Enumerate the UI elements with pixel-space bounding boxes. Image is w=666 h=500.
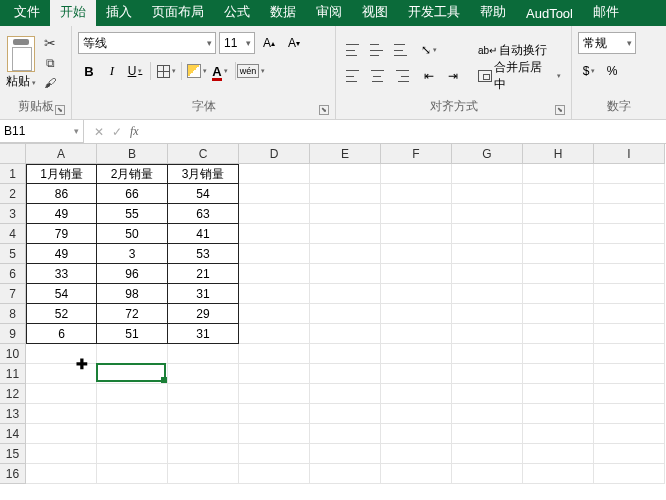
cell[interactable]	[523, 244, 594, 264]
cell[interactable]	[239, 324, 310, 344]
cell[interactable]	[381, 424, 452, 444]
cell[interactable]: 52	[26, 304, 97, 324]
cell[interactable]	[452, 384, 523, 404]
cell[interactable]	[310, 264, 381, 284]
cell[interactable]	[381, 164, 452, 184]
cell[interactable]	[310, 304, 381, 324]
column-header[interactable]: F	[381, 144, 452, 164]
underline-button[interactable]: U	[124, 60, 146, 82]
cell[interactable]	[310, 404, 381, 424]
cell[interactable]	[168, 384, 239, 404]
cell[interactable]: 49	[26, 204, 97, 224]
row-header[interactable]: 9	[0, 324, 26, 344]
cell[interactable]	[168, 424, 239, 444]
borders-button[interactable]	[155, 60, 177, 82]
cell[interactable]	[452, 444, 523, 464]
cell[interactable]: 72	[97, 304, 168, 324]
cell[interactable]	[310, 384, 381, 404]
tab-文件[interactable]: 文件	[4, 0, 50, 26]
decrease-font-button[interactable]: A▾	[283, 32, 305, 54]
tab-公式[interactable]: 公式	[214, 0, 260, 26]
cell[interactable]	[168, 344, 239, 364]
cell[interactable]	[523, 284, 594, 304]
cell[interactable]: 29	[168, 304, 239, 324]
cell[interactable]	[523, 204, 594, 224]
cell[interactable]	[239, 244, 310, 264]
fill-color-button[interactable]	[186, 60, 208, 82]
cell[interactable]	[523, 464, 594, 484]
align-right-button[interactable]	[390, 65, 412, 87]
cell[interactable]	[452, 344, 523, 364]
tab-视图[interactable]: 视图	[352, 0, 398, 26]
cell[interactable]	[310, 184, 381, 204]
cell[interactable]	[97, 424, 168, 444]
tab-邮件[interactable]: 邮件	[583, 0, 629, 26]
tab-开始[interactable]: 开始	[50, 0, 96, 26]
tab-插入[interactable]: 插入	[96, 0, 142, 26]
cell[interactable]	[239, 284, 310, 304]
cell[interactable]	[523, 404, 594, 424]
tab-审阅[interactable]: 审阅	[306, 0, 352, 26]
cell[interactable]	[26, 464, 97, 484]
cell[interactable]	[523, 164, 594, 184]
cell[interactable]	[26, 344, 97, 364]
cell[interactable]	[310, 164, 381, 184]
row-header[interactable]: 16	[0, 464, 26, 484]
cell[interactable]: 98	[97, 284, 168, 304]
font-name-select[interactable]: 等线	[78, 32, 216, 54]
row-header[interactable]: 7	[0, 284, 26, 304]
cell[interactable]	[381, 324, 452, 344]
cell[interactable]	[239, 444, 310, 464]
cell[interactable]	[523, 184, 594, 204]
cell[interactable]	[452, 364, 523, 384]
cell[interactable]	[26, 404, 97, 424]
cell[interactable]	[452, 304, 523, 324]
cell[interactable]	[239, 404, 310, 424]
cell[interactable]	[523, 224, 594, 244]
row-header[interactable]: 1	[0, 164, 26, 184]
row-header[interactable]: 11	[0, 364, 26, 384]
number-format-select[interactable]: 常规	[578, 32, 636, 54]
cell[interactable]	[523, 424, 594, 444]
cell[interactable]	[381, 224, 452, 244]
cell[interactable]	[239, 224, 310, 244]
cell[interactable]	[452, 404, 523, 424]
column-header[interactable]: D	[239, 144, 310, 164]
row-header[interactable]: 8	[0, 304, 26, 324]
cut-button[interactable]: ✂	[40, 34, 60, 52]
cell[interactable]: 41	[168, 224, 239, 244]
cell[interactable]: 54	[26, 284, 97, 304]
cell[interactable]	[239, 264, 310, 284]
cell[interactable]	[381, 204, 452, 224]
font-size-select[interactable]: 11	[219, 32, 255, 54]
cell[interactable]	[452, 424, 523, 444]
cell[interactable]	[594, 244, 665, 264]
cell[interactable]	[594, 324, 665, 344]
cell[interactable]	[26, 444, 97, 464]
cell[interactable]: 33	[26, 264, 97, 284]
percent-format-button[interactable]: %	[601, 60, 623, 82]
cell[interactable]	[168, 444, 239, 464]
cell[interactable]	[381, 364, 452, 384]
column-header[interactable]: B	[97, 144, 168, 164]
cell[interactable]	[381, 404, 452, 424]
formula-input[interactable]	[149, 121, 666, 143]
cell[interactable]	[97, 344, 168, 364]
row-header[interactable]: 13	[0, 404, 26, 424]
cell[interactable]: 96	[97, 264, 168, 284]
cell[interactable]	[168, 404, 239, 424]
cell[interactable]: 53	[168, 244, 239, 264]
column-header[interactable]: A	[26, 144, 97, 164]
cell[interactable]	[239, 384, 310, 404]
cell[interactable]	[594, 164, 665, 184]
row-header[interactable]: 3	[0, 204, 26, 224]
cell[interactable]	[310, 444, 381, 464]
cell[interactable]	[97, 384, 168, 404]
cell[interactable]	[310, 204, 381, 224]
cell[interactable]	[523, 364, 594, 384]
cell[interactable]	[594, 424, 665, 444]
cell[interactable]	[239, 184, 310, 204]
align-left-button[interactable]	[342, 65, 364, 87]
cell[interactable]: 3	[97, 244, 168, 264]
format-painter-button[interactable]: 🖌	[40, 74, 60, 92]
